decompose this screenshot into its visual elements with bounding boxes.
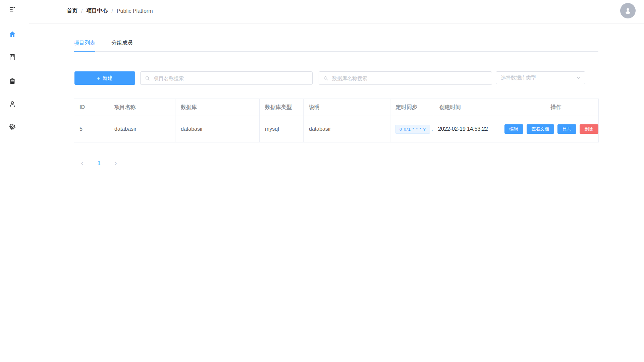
sidebar-item-home[interactable] — [8, 30, 16, 38]
created-at-text: 2022-02-19 14:53:22 — [438, 125, 493, 133]
prev-page-button[interactable]: ‹ — [77, 159, 88, 168]
database-search-input[interactable] — [331, 75, 492, 81]
sidebar-item-users[interactable] — [8, 100, 16, 108]
project-center-page: 首页 / 项目中心 / Public Platform 项目列表 分组成员 + … — [0, 0, 644, 362]
cell-project-name: databasir — [109, 116, 175, 142]
col-header-db-type: 数据库类型 — [260, 99, 304, 116]
delete-button[interactable]: 删除 — [580, 124, 598, 134]
breadcrumb-separator: / — [81, 8, 83, 14]
user-avatar-icon — [624, 6, 632, 15]
col-header-actions: 操作 — [500, 99, 599, 116]
db-type-select-placeholder: 选择数据库类型 — [501, 75, 536, 81]
cell-created-at: 2022-02-19 14:53:22 — [434, 116, 500, 142]
page-number-1[interactable]: 1 — [94, 159, 104, 168]
breadcrumb: 首页 / 项目中心 / Public Platform — [67, 7, 153, 14]
top-header: 首页 / 项目中心 / Public Platform — [25, 0, 644, 23]
sidebar-item-docs[interactable] — [8, 53, 16, 61]
toolbar: + 新建 选择数据库类型 — [74, 71, 598, 85]
project-search-input[interactable] — [153, 75, 312, 81]
cell-id: 5 — [74, 116, 109, 142]
user-avatar[interactable] — [620, 3, 636, 18]
edit-button[interactable]: 编辑 — [504, 124, 523, 134]
chevron-down-icon — [576, 75, 581, 80]
breadcrumb-current-group: Public Platform — [117, 8, 153, 14]
projects-table: ID 项目名称 数据库 数据库类型 说明 定时同步 创建时间 操作 5 data… — [74, 99, 599, 142]
cell-actions: 编辑 查看文档 日志 删除 — [500, 116, 599, 142]
header-divider — [29, 23, 644, 23]
col-header-project-name: 项目名称 — [109, 99, 175, 116]
table-row: 5 databasir databasir mysql databasir 0 … — [74, 116, 599, 142]
breadcrumb-project-center[interactable]: 项目中心 — [86, 7, 108, 14]
log-button[interactable]: 日志 — [557, 124, 576, 134]
col-header-description: 说明 — [304, 99, 390, 116]
view-doc-button[interactable]: 查看文档 — [527, 124, 554, 134]
next-page-button[interactable]: › — [110, 159, 121, 168]
col-header-id: ID — [74, 99, 109, 116]
create-project-button[interactable]: + 新建 — [74, 71, 135, 85]
col-header-cron-sync: 定时同步 — [390, 99, 434, 116]
breadcrumb-separator: / — [111, 8, 113, 14]
sidebar-item-settings[interactable] — [8, 123, 16, 131]
plus-icon: + — [97, 75, 100, 81]
project-search-box — [140, 71, 313, 85]
cell-description: databasir — [304, 116, 390, 142]
search-icon — [145, 76, 150, 81]
pagination: ‹ 1 › — [77, 159, 121, 168]
tabs-divider — [74, 51, 598, 52]
db-type-select[interactable]: 选择数据库类型 — [496, 71, 585, 84]
tabs-bar: 项目列表 分组成员 — [74, 40, 598, 52]
breadcrumb-home[interactable]: 首页 — [67, 7, 77, 14]
cron-suffix: . — [432, 126, 433, 132]
tab-project-list[interactable]: 项目列表 — [74, 40, 95, 52]
cell-db-type: mysql — [260, 116, 304, 142]
create-project-label: 新建 — [103, 75, 113, 81]
sidebar-item-tasks[interactable] — [8, 77, 16, 85]
search-icon — [323, 76, 328, 81]
col-header-created-at: 创建时间 — [434, 99, 500, 116]
cron-badge: 0 0/1 * * * ? — [395, 125, 430, 134]
cell-cron-sync: 0 0/1 * * * ?. — [390, 116, 434, 142]
col-header-database: 数据库 — [175, 99, 260, 116]
collapse-menu-icon[interactable] — [8, 5, 16, 13]
database-search-box — [319, 71, 492, 85]
sidebar — [0, 0, 25, 362]
tab-group-members[interactable]: 分组成员 — [111, 40, 133, 51]
table-header-row: ID 项目名称 数据库 数据库类型 说明 定时同步 创建时间 操作 — [74, 99, 599, 116]
cell-database: databasir — [175, 116, 260, 142]
